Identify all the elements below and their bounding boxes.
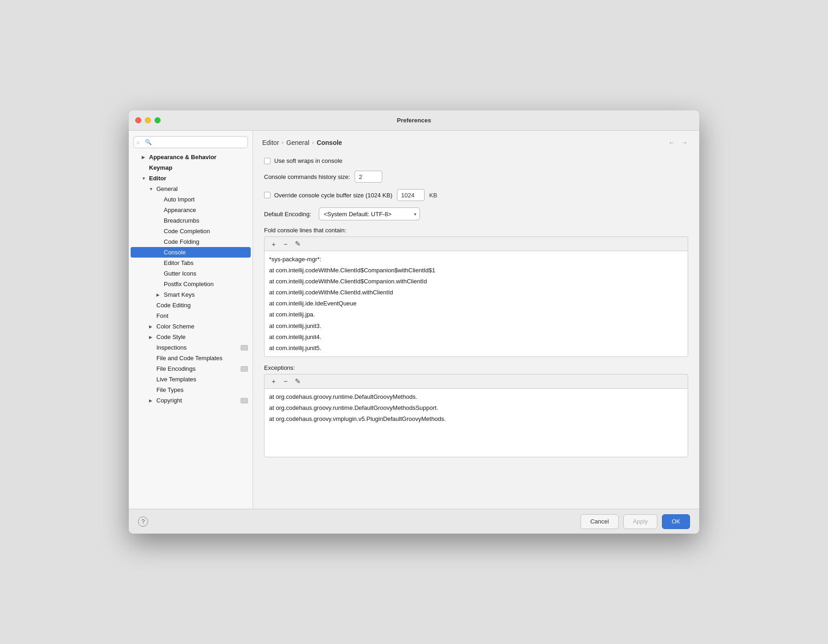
sidebar-item-label: Copyright — [156, 397, 239, 404]
spacer — [156, 282, 162, 287]
sidebar-item-label: Gutter Icons — [164, 270, 196, 277]
list-item: at com.intellij.jpa. — [269, 309, 683, 320]
fold-toolbar: + − ✎ — [264, 236, 688, 251]
sidebar-item-console[interactable]: Console — [131, 247, 251, 258]
traffic-lights — [135, 117, 161, 123]
cancel-button[interactable]: Cancel — [581, 514, 618, 529]
sidebar-item-label: Keymap — [149, 164, 172, 171]
kb-label: KB — [429, 192, 437, 199]
sidebar-item-file-encodings[interactable]: File Encodings — [129, 363, 253, 374]
sidebar-item-postfix-completion[interactable]: Postfix Completion — [129, 279, 253, 289]
breadcrumb-part2: General — [287, 139, 310, 146]
sidebar-item-code-completion[interactable]: Code Completion — [129, 226, 253, 236]
maximize-button[interactable] — [155, 117, 161, 123]
nav-forward-button[interactable]: → — [679, 137, 690, 148]
sidebar-item-label: Console — [164, 249, 186, 256]
right-panel: Editor › General › Console ← → Use soft … — [253, 131, 699, 509]
sidebar-item-auto-import[interactable]: Auto Import — [129, 194, 253, 205]
spacer — [149, 356, 155, 361]
sidebar-item-code-editing[interactable]: Code Editing — [129, 300, 253, 310]
exceptions-edit-button[interactable]: ✎ — [292, 376, 303, 386]
help-button[interactable]: ? — [138, 517, 148, 527]
spacer — [149, 388, 155, 392]
sidebar-item-live-templates[interactable]: Live Templates — [129, 374, 253, 385]
sidebar-item-label: General — [156, 185, 178, 192]
soft-wraps-checkbox[interactable] — [264, 158, 270, 164]
sidebar-item-label: Code Editing — [156, 302, 190, 309]
list-item: at com.intellij.junit3. — [269, 321, 683, 332]
history-size-input[interactable] — [355, 171, 382, 183]
nav-buttons: ← → — [666, 137, 690, 148]
spacer — [156, 240, 162, 244]
list-item: at org.codehaus.groovy.runtime.DefaultGr… — [269, 391, 683, 402]
panel-body: Use soft wraps in console Console comman… — [253, 153, 699, 509]
sidebar-item-label: Inspections — [156, 344, 239, 351]
sidebar-item-file-types[interactable]: File Types — [129, 385, 253, 395]
exceptions-toolbar: + − ✎ — [264, 374, 688, 388]
spacer — [149, 303, 155, 308]
spacer — [149, 377, 155, 382]
spacer — [156, 250, 162, 255]
sidebar-item-label: Color Scheme — [156, 323, 194, 330]
exceptions-items-container: at org.codehaus.groovy.runtime.DefaultGr… — [269, 391, 683, 425]
fold-remove-button[interactable]: − — [280, 239, 291, 249]
chevron-icon: ▼ — [142, 176, 147, 181]
exceptions-label: Exceptions: — [264, 364, 688, 371]
soft-wraps-label: Use soft wraps in console — [274, 157, 342, 164]
sidebar-item-label: Code Style — [156, 334, 186, 340]
sidebar-item-font[interactable]: Font — [129, 310, 253, 321]
sidebar-item-editor[interactable]: ▼ Editor — [129, 173, 253, 184]
sidebar-item-breadcrumbs[interactable]: Breadcrumbs — [129, 215, 253, 226]
sidebar-item-label: Editor Tabs — [164, 259, 194, 266]
chevron-icon — [142, 166, 147, 170]
minimize-button[interactable] — [145, 117, 151, 123]
exceptions-add-button[interactable]: + — [268, 376, 279, 386]
fold-items-list: *sys-package-mgr*: at com.intellij.codeW… — [264, 251, 688, 357]
breadcrumb-part1: Editor — [262, 139, 279, 146]
fold-edit-button[interactable]: ✎ — [292, 239, 303, 249]
sidebar-item-label: Appearance & Behavior — [149, 154, 217, 161]
spacer — [156, 229, 162, 234]
list-item: *sys-package-mgr*: — [269, 254, 683, 265]
history-size-row: Console commands history size: — [264, 171, 688, 183]
spacer — [149, 345, 155, 350]
override-buffer-checkbox[interactable] — [264, 192, 270, 198]
close-button[interactable] — [135, 117, 141, 123]
fold-lines-label: Fold console lines that contain: — [264, 227, 688, 234]
nav-back-button[interactable]: ← — [666, 137, 677, 148]
spacer — [149, 314, 155, 318]
sidebar-item-appearance[interactable]: Appearance — [129, 205, 253, 215]
exceptions-remove-button[interactable]: − — [280, 376, 291, 386]
sidebar-item-copyright[interactable]: ▶ Copyright — [129, 395, 253, 406]
sidebar-item-color-scheme[interactable]: ▶ Color Scheme — [129, 321, 253, 332]
sidebar: ⌕ ▶ Appearance & Behavior Keymap ▼ Edito… — [129, 131, 253, 509]
sidebar-item-code-folding[interactable]: Code Folding — [129, 236, 253, 247]
ok-button[interactable]: OK — [662, 514, 690, 529]
sidebar-item-editor-tabs[interactable]: Editor Tabs — [129, 258, 253, 268]
spacer — [149, 367, 155, 371]
sidebar-item-code-style[interactable]: ▶ Code Style — [129, 332, 253, 342]
search-input[interactable] — [133, 136, 248, 148]
encoding-select[interactable]: <System Default: UTF-8>UTF-8UTF-16ISO-88… — [319, 207, 420, 220]
bottom-right: Cancel Apply OK — [581, 514, 690, 529]
sidebar-item-appearance-behavior[interactable]: ▶ Appearance & Behavior — [129, 152, 253, 162]
override-buffer-label: Override console cycle buffer size (1024… — [274, 192, 392, 199]
sidebar-item-file-code-templates[interactable]: File and Code Templates — [129, 353, 253, 363]
apply-button[interactable]: Apply — [623, 514, 658, 529]
breadcrumb: Editor › General › Console — [262, 139, 342, 146]
sidebar-item-smart-keys[interactable]: ▶ Smart Keys — [129, 289, 253, 300]
sidebar-item-general[interactable]: ▼ General — [129, 184, 253, 194]
sidebar-item-label: File Encodings — [156, 365, 239, 372]
fold-add-button[interactable]: + — [268, 239, 279, 249]
search-wrap: ⌕ — [133, 136, 248, 148]
spacer — [156, 197, 162, 202]
sidebar-item-keymap[interactable]: Keymap — [129, 162, 253, 173]
encoding-row: Default Encoding: <System Default: UTF-8… — [264, 207, 688, 220]
sidebar-item-inspections[interactable]: Inspections — [129, 342, 253, 353]
list-item: at org.codehaus.groovy.vmplugin.v5.Plugi… — [269, 414, 683, 425]
file-encodings-badge — [241, 366, 248, 372]
list-item: at com.intellij.codeWithMe.ClientId$Comp… — [269, 276, 683, 287]
chevron-icon: ▶ — [142, 155, 147, 160]
sidebar-item-gutter-icons[interactable]: Gutter Icons — [129, 268, 253, 279]
override-buffer-input[interactable] — [397, 189, 425, 201]
